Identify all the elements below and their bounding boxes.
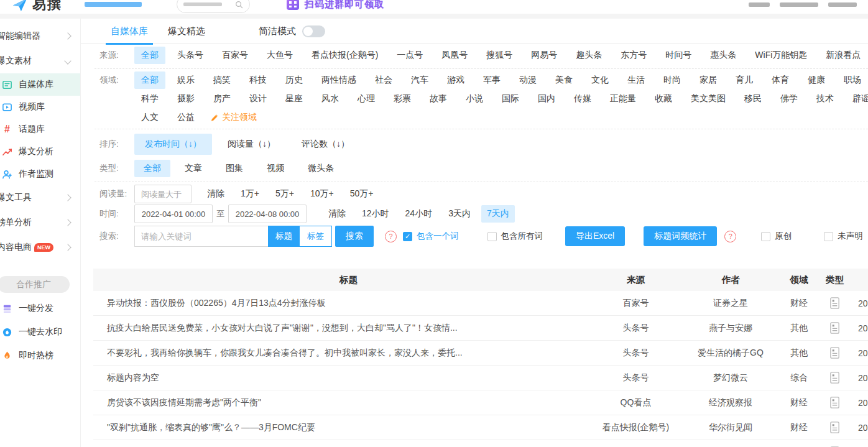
sidebar-item-author-monitor[interactable]: 作者监测 — [0, 163, 80, 185]
reads-quick-option[interactable]: 50万+ — [344, 185, 379, 203]
checkbox-item[interactable]: 包含一个词 — [403, 231, 459, 242]
article-title[interactable]: 异动快报：西仪股份（002265）4月7日13点4分封涨停板 — [93, 291, 591, 316]
topbar-right-frag[interactable] — [780, 2, 818, 7]
type-option[interactable]: 视频 — [257, 160, 293, 177]
domain-option[interactable]: 家居 — [693, 71, 724, 89]
sidebar-item-video-library[interactable]: 视频库 — [0, 96, 80, 118]
reads-quick-option[interactable]: 清除 — [201, 185, 230, 203]
domain-option[interactable]: 社会 — [368, 71, 399, 89]
domain-option[interactable]: 国内 — [531, 90, 562, 108]
source-option[interactable]: 百家号 — [215, 47, 255, 64]
article-title[interactable]: 抗疫大白给居民送免费菜，小女孩对大白说了声"谢谢"，没想到，大白却"骂人了"！女… — [93, 316, 591, 341]
domain-option[interactable]: 搞笑 — [206, 71, 238, 89]
domain-option[interactable]: 传媒 — [567, 90, 598, 108]
sidebar-item-smart-editor[interactable]: 智能编辑器 — [0, 24, 80, 48]
reads-quick-option[interactable]: 5万+ — [270, 185, 300, 203]
type-option[interactable]: 全部 — [134, 160, 170, 177]
keyword-input[interactable] — [135, 232, 268, 241]
domain-option[interactable]: 全部 — [134, 71, 165, 89]
sidebar-item-media-library[interactable]: 自媒体库 — [0, 73, 80, 96]
source-option[interactable]: 网易号 — [524, 47, 564, 64]
sidebar-item-realtime-hot-list[interactable]: 即时热榜 — [0, 344, 80, 367]
app-logo[interactable]: 易撰 — [11, 0, 62, 14]
article-title[interactable]: 房贷该不该因疫情延期需考虑"两个平衡" — [93, 390, 591, 415]
sort-option[interactable]: 评论数（↓） — [291, 134, 360, 155]
domain-option[interactable]: 星座 — [279, 90, 310, 108]
domain-option[interactable]: 设计 — [242, 90, 274, 108]
source-option[interactable]: 头条号 — [170, 47, 210, 64]
source-option[interactable]: 全部 — [134, 47, 165, 64]
article-author[interactable]: 华尔街见闻 — [681, 415, 780, 440]
type-option[interactable]: 微头条 — [298, 160, 343, 177]
time-quick-option[interactable]: 24小时 — [400, 205, 438, 223]
time-quick-option[interactable]: 清除 — [323, 205, 351, 223]
source-option[interactable]: 凤凰号 — [435, 47, 474, 64]
source-option[interactable]: 看点快报(企鹅号) — [305, 47, 385, 64]
domain-option[interactable]: 两性情感 — [315, 71, 363, 89]
domain-option[interactable]: 科技 — [242, 71, 274, 89]
domain-option[interactable]: 彩票 — [387, 90, 418, 108]
search-button[interactable]: 搜索 — [335, 226, 374, 247]
sort-option[interactable]: 发布时间（↓） — [134, 134, 212, 155]
domain-option[interactable]: 汽车 — [404, 71, 435, 89]
domain-option[interactable]: 佛学 — [773, 90, 805, 108]
domain-option[interactable]: 动漫 — [512, 71, 543, 89]
search-mode-title-button[interactable]: 标题 — [268, 226, 300, 247]
reads-quick-option[interactable]: 10万+ — [305, 185, 339, 203]
sidebar-item-one-click-watermark[interactable]: 一键去水印 — [0, 320, 80, 344]
sidebar-item-one-click-distribute[interactable]: 一键分发 — [0, 297, 80, 320]
domain-option[interactable]: 技术 — [810, 90, 841, 108]
domain-option[interactable]: 历史 — [279, 71, 310, 89]
topbar-right-frag[interactable] — [828, 2, 857, 7]
domain-option[interactable]: 辟谣 — [846, 90, 868, 108]
source-option[interactable]: 惠头条 — [703, 47, 743, 64]
time-quick-option[interactable]: 7天内 — [481, 205, 515, 223]
article-title[interactable]: 入职朋友公司，他一句话就劝退了我 — [93, 440, 591, 447]
domain-option[interactable]: 国际 — [495, 90, 526, 108]
title-word-frequency-button[interactable]: 标题词频统计 — [644, 226, 717, 246]
time-to-input[interactable] — [228, 205, 307, 223]
domain-option[interactable]: 军事 — [476, 71, 507, 89]
time-quick-option[interactable]: 3天内 — [443, 205, 476, 223]
domain-option[interactable]: 健康 — [801, 71, 832, 89]
source-option[interactable]: 趣头条 — [569, 47, 609, 64]
reads-threshold-input[interactable] — [134, 185, 192, 203]
source-option[interactable]: 东方号 — [614, 47, 653, 64]
help-icon[interactable]: ? — [724, 231, 736, 242]
sidebar-item-topic-library[interactable]: # 话题库 — [0, 118, 80, 141]
promo-banner[interactable]: 扫码进群即可领取 — [286, 0, 384, 11]
article-author[interactable]: 燕子与安娜 — [681, 316, 780, 341]
sidebar-item-rank-analysis[interactable]: 榜单分析 — [0, 210, 80, 235]
domain-option[interactable]: 风水 — [315, 90, 346, 108]
table-row[interactable]: 入职朋友公司，他一句话就劝退了我 看点快报(企鹅号) 猎聘 职场 — [93, 440, 868, 447]
domain-option[interactable]: 正能量 — [603, 90, 643, 108]
domain-option[interactable]: 收藏 — [648, 90, 679, 108]
domain-option[interactable]: 美文美图 — [684, 90, 732, 108]
domain-option[interactable]: 人文 — [134, 109, 165, 126]
domain-option[interactable]: 公益 — [170, 109, 201, 126]
table-row[interactable]: 异动快报：西仪股份（002265）4月7日13点4分封涨停板 百家号 证券之星 … — [93, 291, 868, 316]
domain-option[interactable]: 文化 — [584, 71, 616, 89]
sidebar-item-content-ecommerce[interactable]: 内容电商 NEW — [0, 235, 80, 260]
checkbox-item[interactable]: 包含所有词 — [487, 231, 543, 242]
domain-option[interactable]: 小说 — [459, 90, 490, 108]
source-option[interactable]: 一点号 — [390, 47, 430, 64]
table-row[interactable]: 不要彩礼，我再给你换辆车，你跟我女儿凑合凑合得了。初中我被叫家长，家没人来，委托… — [93, 341, 868, 366]
checkbox-item[interactable]: 未声明 — [824, 231, 863, 242]
sidebar-item-hot-tools[interactable]: 爆文工具 — [0, 185, 80, 210]
table-row[interactable]: 抗疫大白给居民送免费菜，小女孩对大白说了声"谢谢"，没想到，大白却"骂人了"！女… — [93, 316, 868, 341]
domain-option[interactable]: 故事 — [423, 90, 454, 108]
time-quick-option[interactable]: 12小时 — [356, 205, 395, 223]
topbar-search-input[interactable] — [177, 0, 250, 13]
time-from-input[interactable] — [134, 205, 213, 223]
article-title[interactable]: 不要彩礼，我再给你换辆车，你跟我女儿凑合凑合得了。初中我被叫家长，家没人来，委托… — [93, 341, 591, 366]
domain-option[interactable]: 移民 — [737, 90, 769, 108]
table-row[interactable]: 标题内容为空 头条号 梦幻微云 综合 — [93, 366, 868, 390]
sidebar-item-hot-material[interactable]: 爆文素材 — [0, 48, 80, 73]
domain-option[interactable]: 美食 — [548, 71, 579, 89]
article-title[interactable]: "双刹"抗通胀，缩表真的够"鹰"么？——3月FOMC纪要 — [93, 415, 591, 440]
domain-option[interactable]: 游戏 — [440, 71, 471, 89]
domain-option[interactable]: 体育 — [765, 71, 796, 89]
article-author[interactable]: 猎聘 — [681, 440, 780, 447]
article-title[interactable]: 标题内容为空 — [93, 366, 591, 390]
